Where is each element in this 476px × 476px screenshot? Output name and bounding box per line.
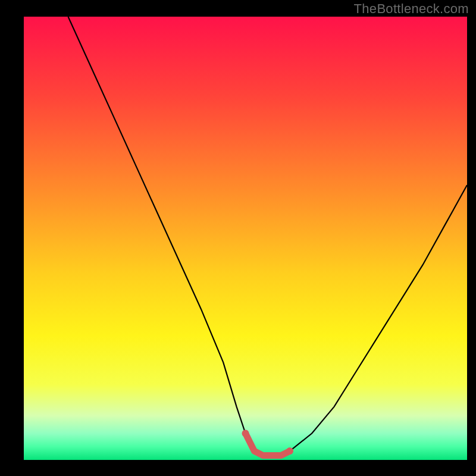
chart-svg bbox=[24, 17, 467, 460]
bottleneck-chart bbox=[24, 17, 467, 460]
highlight-endpoint-left bbox=[242, 430, 249, 437]
highlight-endpoint-right bbox=[286, 447, 293, 455]
gradient-background bbox=[24, 17, 467, 460]
chart-frame: TheBottleneck.com bbox=[0, 0, 476, 476]
watermark-text: TheBottleneck.com bbox=[354, 1, 469, 17]
